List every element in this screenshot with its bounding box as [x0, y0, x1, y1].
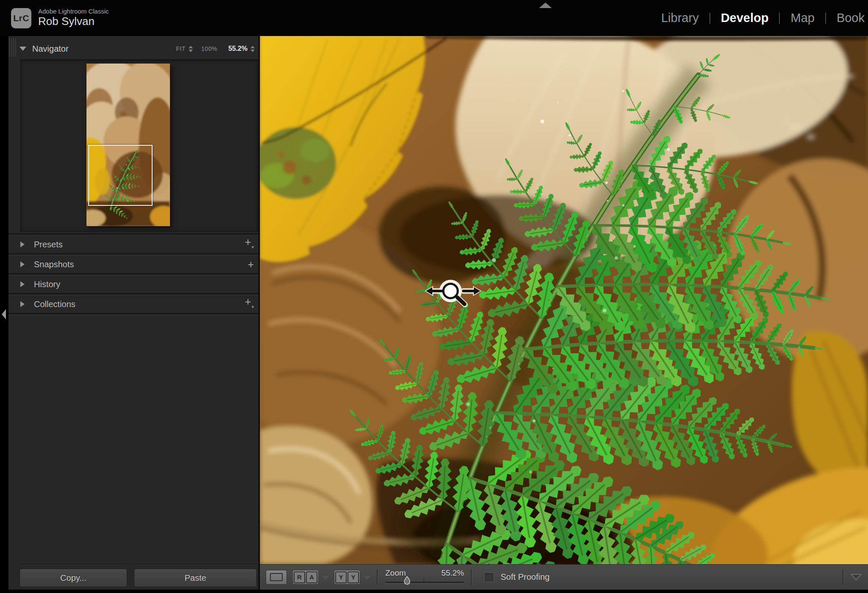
add-snapshot-button[interactable]: +: [248, 260, 254, 269]
zoom-slider-value: 55.2%: [441, 568, 464, 578]
loupe-view-photo[interactable]: [260, 36, 868, 564]
panel-separator: [19, 564, 256, 564]
panel-header-presets[interactable]: Presets +▾: [8, 236, 260, 253]
split-letter-2: Y: [348, 571, 359, 583]
zoom-100-button[interactable]: 100%: [201, 45, 217, 52]
navigator-view-rectangle[interactable]: [88, 145, 153, 206]
lightroom-logo: LrC: [11, 8, 31, 28]
zoom-slider-thumb[interactable]: [403, 576, 411, 585]
module-separator: [779, 13, 780, 24]
before-after-splitscreen-button[interactable]: Y Y: [334, 570, 360, 585]
module-map[interactable]: Map: [789, 11, 816, 25]
top-bar: LrC Adobe Lightroom Classic Rob Sylvan L…: [0, 0, 868, 36]
before-letter: R: [294, 571, 305, 583]
after-letter: A: [306, 571, 317, 583]
identity-plate: Adobe Lightroom Classic Rob Sylvan: [38, 8, 109, 28]
panel-label: Collections: [34, 299, 75, 309]
add-preset-button[interactable]: +▾: [245, 238, 254, 251]
module-separator: [709, 13, 710, 24]
left-panel-reveal-arrow-icon[interactable]: [2, 309, 6, 319]
toolbar-separator: [843, 569, 843, 585]
top-panel-reveal-arrow-icon[interactable]: [539, 3, 552, 8]
panel-label: Presets: [34, 240, 63, 249]
main-area: R A Y Y Zoom 55.2% Soft Proofing: [260, 36, 868, 590]
panel-label: Snapshots: [34, 260, 74, 269]
paste-button[interactable]: Paste: [134, 569, 257, 587]
module-picker: Library Develop Map Book: [659, 0, 866, 36]
disclosure-triangle-icon[interactable]: [20, 261, 25, 267]
zoom-slider-group: Zoom 55.2%: [385, 565, 464, 590]
panel-header-history[interactable]: History: [8, 275, 260, 293]
fit-spinner-icon[interactable]: [189, 46, 193, 52]
module-separator: [825, 13, 826, 24]
panel-header-collections[interactable]: Collections +▾: [8, 295, 260, 313]
navigator-preview-area: [20, 59, 258, 232]
disclosure-triangle-icon[interactable]: [20, 281, 25, 287]
add-collection-button[interactable]: +▾: [245, 297, 254, 311]
split-letter-1: Y: [335, 571, 347, 583]
photo-canvas: [260, 36, 868, 564]
panel-label: History: [34, 280, 60, 289]
toolbar: R A Y Y Zoom 55.2% Soft Proofing: [260, 564, 868, 590]
navigator-zoom-controls: FIT 100% 55.2%: [176, 45, 255, 53]
toolbar-content-caret-icon[interactable]: [850, 574, 862, 581]
soft-proofing-label: Soft Proofing: [501, 572, 550, 582]
left-panel: Navigator FIT 100% 55.2%: [8, 36, 260, 590]
navigator-thumbnail[interactable]: [86, 64, 170, 226]
zoom-slider-label: Zoom: [385, 568, 406, 578]
panel-separator: [8, 313, 260, 315]
user-name: Rob Sylvan: [38, 15, 109, 28]
panel-sections: Presets +▾ Snapshots + History Collectio…: [8, 233, 260, 315]
disclosure-triangle-icon[interactable]: [20, 241, 25, 247]
toolbar-separator: [471, 569, 472, 585]
module-library[interactable]: Library: [659, 11, 701, 25]
left-edge-rail: [0, 36, 8, 590]
splitscreen-dropdown-caret-icon[interactable]: [364, 576, 370, 579]
disclosure-triangle-icon[interactable]: [20, 301, 25, 307]
zoom-spinner-icon[interactable]: [250, 46, 255, 52]
collapse-triangle-icon[interactable]: [19, 47, 26, 51]
lightroom-window: { "window": { "logo": "LrC", "app_name":…: [0, 0, 868, 593]
module-develop[interactable]: Develop: [719, 11, 771, 25]
before-after-dropdown-caret-icon[interactable]: [323, 576, 328, 579]
loupe-view-icon: [270, 573, 283, 581]
zoom-slider-track[interactable]: [385, 582, 464, 583]
navigator-header[interactable]: Navigator FIT 100% 55.2%: [8, 41, 260, 56]
loupe-view-button[interactable]: [266, 570, 287, 585]
zoom-fit-button[interactable]: FIT: [176, 45, 186, 52]
before-after-leftright-button[interactable]: R A: [292, 570, 319, 585]
module-book[interactable]: Book: [835, 11, 866, 25]
app-name: Adobe Lightroom Classic: [38, 8, 109, 15]
zoom-current-value[interactable]: 55.2%: [228, 45, 248, 53]
zoom-slider-tick: [423, 578, 424, 581]
toolbar-separator: [377, 569, 378, 585]
soft-proofing-checkbox[interactable]: [484, 573, 494, 582]
panel-header-snapshots[interactable]: Snapshots +: [8, 255, 260, 273]
navigator-title: Navigator: [32, 44, 69, 54]
copy-button[interactable]: Copy...: [19, 569, 127, 587]
